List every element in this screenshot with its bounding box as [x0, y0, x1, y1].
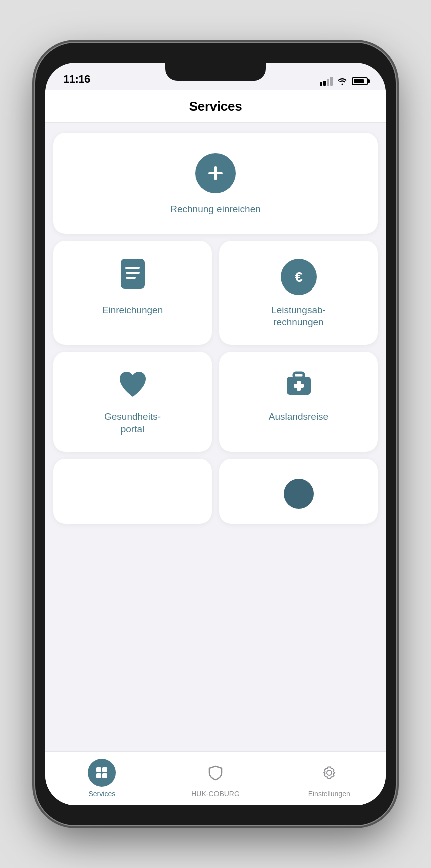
phone-frame: 11:16	[0, 0, 431, 868]
svg-rect-14	[96, 773, 101, 778]
battery-icon	[352, 77, 368, 85]
submit-invoice-card[interactable]: Rechnung einreichen	[53, 133, 378, 234]
partial-circle	[284, 479, 314, 509]
auslandsreise-icon	[283, 370, 315, 402]
status-icons	[320, 77, 368, 86]
svg-rect-15	[102, 773, 107, 778]
scroll-area[interactable]: Rechnung einreichen	[45, 123, 386, 751]
tab-services[interactable]: Services	[45, 759, 159, 798]
leistungsabrechnungen-icon-circle: €	[281, 259, 317, 295]
tab-huk-label: HUK-COBURG	[191, 790, 240, 798]
page-header: Services	[45, 90, 386, 123]
einreichungen-label: Einreichungen	[102, 304, 163, 317]
einreichungen-card[interactable]: Einreichungen	[53, 241, 212, 345]
wifi-icon	[337, 77, 348, 85]
einreichungen-icon	[119, 259, 147, 295]
submit-invoice-icon-circle	[195, 153, 236, 193]
svg-text:€: €	[295, 269, 303, 284]
svg-rect-1	[208, 172, 223, 174]
euro-icon: €	[289, 267, 308, 286]
leistungsabrechnungen-label: Leistungsab-rechnungen	[271, 304, 326, 329]
svg-rect-11	[294, 384, 304, 388]
svg-rect-4	[126, 272, 140, 274]
tab-services-label: Services	[88, 790, 115, 798]
card-partial-left[interactable]	[53, 459, 212, 524]
screen: 11:16	[45, 63, 386, 805]
tab-settings-icon-wrap	[315, 759, 343, 787]
tab-huk-icon-wrap	[201, 759, 230, 787]
gesundheitsportal-card[interactable]: Gesundheits-portal	[53, 352, 212, 452]
content: Services Rechnung einreichen	[45, 90, 386, 805]
leistungsabrechnungen-card[interactable]: € Leistungsab-rechnungen	[219, 241, 378, 345]
status-time: 11:16	[63, 73, 90, 86]
grid-icon	[95, 766, 109, 780]
gesundheitsportal-label: Gesundheits-portal	[104, 411, 161, 436]
svg-rect-5	[126, 277, 136, 279]
gesundheitsportal-icon	[117, 370, 149, 402]
submit-invoice-label: Rechnung einreichen	[170, 203, 261, 216]
tab-settings[interactable]: Einstellungen	[272, 759, 386, 798]
card-partial-right[interactable]	[219, 459, 378, 524]
tab-bar: Services HUK-COBURG	[45, 751, 386, 805]
notch	[165, 63, 266, 81]
shield-icon	[207, 765, 224, 781]
svg-rect-3	[126, 267, 140, 269]
tab-settings-label: Einstellungen	[308, 790, 350, 798]
svg-rect-6	[125, 267, 128, 269]
page-title: Services	[189, 99, 242, 114]
tab-huk[interactable]: HUK-COBURG	[159, 759, 273, 798]
auslandsreise-card[interactable]: Auslandsreise	[219, 352, 378, 452]
plus-icon	[205, 163, 226, 183]
svg-rect-12	[96, 767, 101, 772]
tab-services-icon-wrap	[88, 759, 116, 787]
signal-icon	[320, 77, 333, 86]
card-row-partial	[53, 459, 378, 524]
auslandsreise-label: Auslandsreise	[269, 411, 328, 423]
card-row-1: Einreichungen € Leistungsab-rechnungen	[53, 241, 378, 345]
svg-rect-13	[102, 767, 107, 772]
phone-body: 11:16	[35, 43, 396, 825]
card-row-2: Gesundheits-portal	[53, 352, 378, 452]
gear-icon	[322, 765, 337, 780]
